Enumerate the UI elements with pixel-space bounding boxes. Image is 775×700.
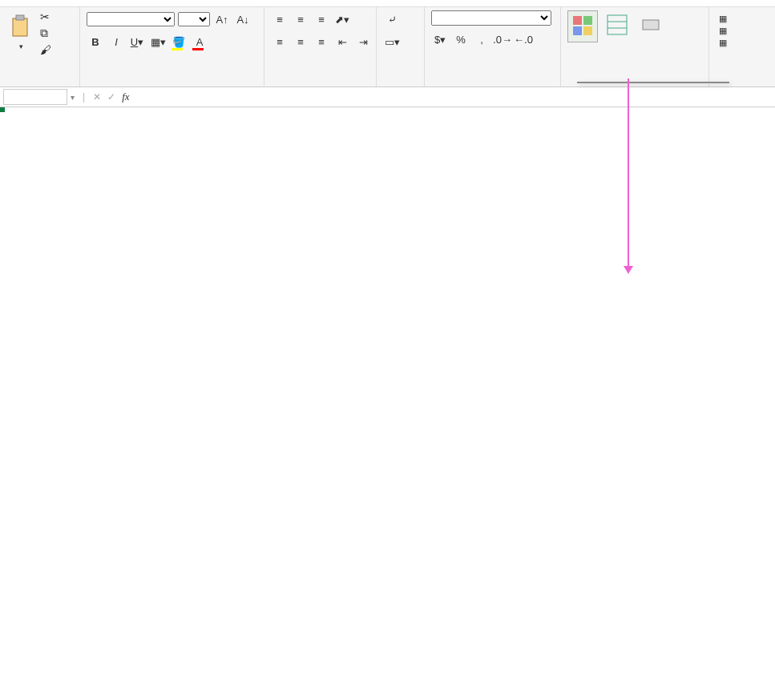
enter-icon[interactable]: ✓ <box>107 91 115 103</box>
comma-icon[interactable]: , <box>473 30 490 48</box>
group-cells: ▦ ▦ ▦ <box>709 7 765 86</box>
bold-button[interactable]: B <box>87 33 104 50</box>
align-center-icon[interactable]: ≡ <box>292 33 309 50</box>
align-right-icon[interactable]: ≡ <box>313 33 330 50</box>
number-format-select[interactable] <box>431 10 551 26</box>
svg-rect-3 <box>583 16 592 25</box>
format-painter-icon[interactable]: 🖌 <box>40 43 51 56</box>
svg-rect-1 <box>16 15 24 20</box>
font-size-select[interactable] <box>178 12 210 26</box>
group-alignment: ≡ ≡ ≡ ⬈▾ ≡ ≡ ≡ ⇤ ⇥ <box>264 7 377 86</box>
font-color-button[interactable]: A <box>191 33 208 50</box>
percent-icon[interactable]: % <box>452 30 470 48</box>
table-icon <box>606 14 628 36</box>
wrap-text-icon[interactable]: ⤶ <box>383 10 401 28</box>
conditional-formatting-button[interactable] <box>567 10 598 42</box>
increase-font-icon[interactable]: A↑ <box>213 10 231 28</box>
group-styles <box>561 7 709 86</box>
annotation-arrow <box>628 78 629 269</box>
group-merge: ⤶ ▭▾ <box>377 7 425 86</box>
paste-icon <box>10 14 32 39</box>
delete-icon: ▦ <box>719 26 727 36</box>
group-number: $▾ % , .0→ ←.0 <box>425 7 561 86</box>
svg-rect-5 <box>583 26 592 35</box>
formula-bar: ▾ | ✕ ✓ fx <box>0 87 775 107</box>
copy-icon[interactable]: ⧉ <box>40 26 51 40</box>
fill-color-button[interactable]: 🪣 <box>170 33 188 50</box>
align-mid-icon[interactable]: ≡ <box>292 10 309 28</box>
inc-decimal-icon[interactable]: .0→ <box>494 30 511 48</box>
cf-icon <box>571 14 594 37</box>
underline-button[interactable]: U▾ <box>128 33 146 50</box>
cell-styles-icon <box>640 14 662 36</box>
align-left-icon[interactable]: ≡ <box>271 33 289 50</box>
align-top-icon[interactable]: ≡ <box>271 10 289 28</box>
format-icon: ▦ <box>719 38 727 48</box>
merge-icon[interactable]: ▭▾ <box>383 33 401 50</box>
border-button[interactable]: ▦▾ <box>149 33 167 50</box>
svg-rect-2 <box>573 16 582 25</box>
format-as-table-button[interactable] <box>603 10 632 41</box>
ribbon-tabs <box>0 0 775 7</box>
svg-rect-0 <box>13 18 27 36</box>
italic-button[interactable]: I <box>107 33 125 50</box>
conditional-formatting-menu <box>577 82 729 83</box>
delete-cells-button[interactable]: ▦ <box>719 26 756 36</box>
fx-icon[interactable]: fx <box>122 91 129 103</box>
format-cells-button[interactable]: ▦ <box>719 38 756 48</box>
decrease-font-icon[interactable]: A↓ <box>234 10 252 28</box>
cancel-icon[interactable]: ✕ <box>93 91 101 103</box>
group-clipboard: ▾ ✂ ⧉ 🖌 <box>0 7 80 86</box>
cut-icon[interactable]: ✂ <box>40 10 51 23</box>
orientation-icon[interactable]: ⬈▾ <box>333 10 351 28</box>
group-font: A↑ A↓ B I U▾ ▦▾ 🪣 A <box>80 7 264 86</box>
group-label <box>6 83 73 85</box>
name-box[interactable] <box>3 89 67 105</box>
indent-dec-icon[interactable]: ⇤ <box>333 33 351 50</box>
font-name-select[interactable] <box>87 12 175 26</box>
dec-decimal-icon[interactable]: ←.0 <box>515 30 532 48</box>
formula-input[interactable] <box>133 90 772 105</box>
indent-inc-icon[interactable]: ⇥ <box>354 33 372 50</box>
annotation-arrow-head <box>624 266 633 274</box>
cell-styles-button[interactable] <box>636 10 665 41</box>
insert-cells-button[interactable]: ▦ <box>719 14 756 24</box>
svg-rect-6 <box>607 15 627 34</box>
svg-rect-4 <box>573 26 582 35</box>
currency-icon[interactable]: $▾ <box>431 30 449 48</box>
align-bot-icon[interactable]: ≡ <box>313 10 330 28</box>
paste-button[interactable]: ▾ <box>6 10 35 54</box>
insert-icon: ▦ <box>719 14 727 24</box>
ribbon: ▾ ✂ ⧉ 🖌 A↑ A↓ B I U▾ ▦▾ 🪣 A <box>0 7 775 87</box>
svg-rect-9 <box>643 20 659 30</box>
